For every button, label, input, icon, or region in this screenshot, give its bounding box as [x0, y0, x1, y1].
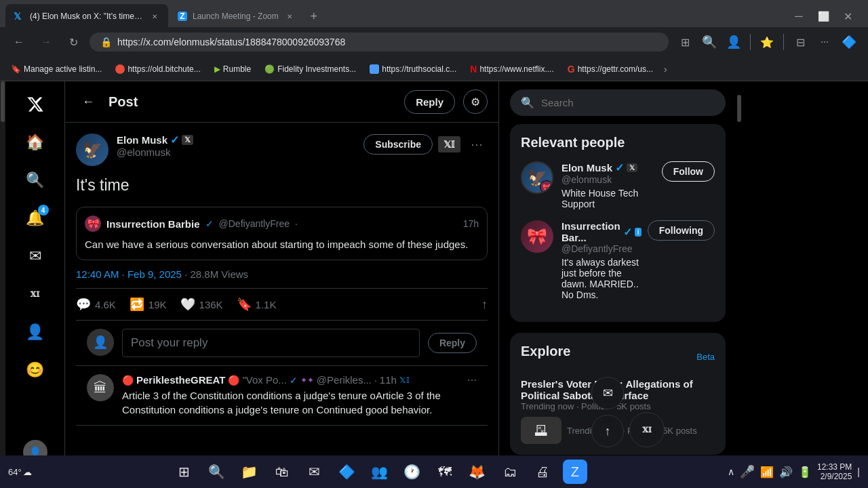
taskbar-file-explorer[interactable]: 📁: [237, 460, 262, 484]
quoted-author-name: Insurrection Barbie: [106, 218, 200, 230]
taskbar-mic-icon[interactable]: 🎤: [740, 464, 755, 479]
author-name: Elon Musk: [117, 134, 167, 146]
bookmark-rumble-label: Rumble: [223, 64, 251, 74]
quoted-tweet[interactable]: 🎀 Insurrection Barbie ✓ @DefiyantlyFree …: [76, 207, 488, 260]
taskbar-chevron-up[interactable]: ∧: [728, 466, 734, 477]
sidebar-item-grok[interactable]: 𝕏𝕀: [18, 277, 53, 312]
taskbar-files[interactable]: 🗂: [498, 460, 522, 484]
star-button[interactable]: ⭐: [756, 31, 778, 53]
bookmarks-stat[interactable]: 🔖 1.1K: [237, 297, 277, 312]
taskbar-sound-icon[interactable]: 🔊: [779, 466, 793, 479]
float-up-button[interactable]: ↑: [591, 415, 624, 447]
taskbar-wifi-icon[interactable]: 📶: [760, 466, 774, 479]
retweets-stat[interactable]: 🔁 19K: [130, 297, 167, 312]
tweet-views: 28.8M Views: [190, 268, 248, 280]
reply-submit-button[interactable]: Reply: [428, 333, 477, 353]
minimize-button[interactable]: ─: [789, 7, 808, 26]
sidebar-item-search[interactable]: 🔍: [18, 163, 53, 198]
quoted-verified-icon: ✓: [205, 218, 214, 229]
elon-bio: White House Tech Support: [561, 188, 654, 209]
replies-stat[interactable]: 💬 4.6K: [76, 297, 116, 312]
lock-icon: 🔒: [100, 37, 112, 47]
address-text: https://x.com/elonmusk/status/1888478000…: [117, 37, 658, 47]
share-stat[interactable]: ↑: [481, 297, 488, 312]
subscribe-button[interactable]: Subscribe: [363, 134, 433, 155]
quoted-avatar: 🎀: [85, 216, 101, 232]
person-avatar-elon[interactable]: 🦅 🎀: [521, 161, 553, 194]
sidebar-item-notifications[interactable]: 🔔 4: [18, 201, 53, 236]
notification-badge: 4: [38, 205, 49, 216]
taskbar-teams[interactable]: 👥: [368, 460, 392, 484]
comment-more-button[interactable]: ⋯: [467, 375, 477, 386]
bookmark-truthsocial[interactable]: https://truthsocial.c...: [364, 62, 462, 77]
taskbar-maps[interactable]: 🗺: [433, 460, 457, 484]
sidebar-item-more[interactable]: 😊: [18, 352, 53, 388]
new-tab-button[interactable]: +: [304, 7, 323, 26]
replies-icon: 💬: [76, 297, 91, 312]
taskbar-zoom[interactable]: Z: [563, 460, 587, 484]
bookmark-netflix[interactable]: N https://www.netflix....: [465, 61, 559, 77]
sidebar-item-messages[interactable]: ✉: [18, 239, 53, 274]
taskbar-show-desktop[interactable]: |: [857, 466, 860, 477]
taskbar-datetime[interactable]: 12:33 PM 2/9/2025: [817, 462, 852, 481]
post-settings-button[interactable]: ⚙: [463, 89, 488, 114]
sidebar-toggle-button[interactable]: ⊟: [789, 31, 811, 53]
weather-display[interactable]: 64° ☁: [8, 467, 32, 477]
edge-button[interactable]: 🔷: [838, 31, 860, 53]
bookmarks-more[interactable]: ›: [661, 61, 670, 77]
insurrection-following-button[interactable]: Following: [648, 220, 715, 241]
taskbar-edge[interactable]: 🔷: [335, 460, 359, 484]
extensions-button[interactable]: ⊞: [674, 31, 696, 53]
forward-nav-button[interactable]: →: [35, 31, 57, 53]
sidebar-item-home[interactable]: 🏠: [18, 125, 53, 160]
search-icon: 🔍: [26, 171, 44, 189]
taskbar-clock-app[interactable]: 🕐: [400, 460, 425, 484]
taskbar-hp[interactable]: 🖨: [530, 460, 555, 484]
taskbar-battery-icon[interactable]: 🔋: [798, 466, 812, 479]
tab-2-close[interactable]: ✕: [284, 11, 295, 22]
bookmark-rumble[interactable]: ▶ Rumble: [209, 62, 256, 77]
reply-input[interactable]: Post your reply: [122, 329, 420, 357]
elon-follow-button[interactable]: Follow: [662, 161, 715, 182]
taskbar-start[interactable]: ⊞: [172, 460, 197, 484]
bookmark-fidelity[interactable]: 🟢 Fidelity Investments...: [259, 62, 361, 77]
person-avatar-insurrection[interactable]: 🎀: [521, 220, 553, 253]
more-nav-button[interactable]: ⋯: [814, 31, 835, 53]
taskbar-store[interactable]: 🛍: [270, 460, 294, 484]
float-message-button[interactable]: ✉: [591, 377, 624, 409]
reply-user-avatar: 👤: [87, 329, 114, 356]
nav-bar: ← → ↻ 🔒 https://x.com/elonmusk/status/18…: [0, 27, 868, 57]
grok-float-button[interactable]: 𝕏𝕀: [629, 412, 665, 447]
taskbar-center-icons: ⊞ 🔍 📁 🛍 ✉ 🔷 👥 🕐 🗺 🦊 🗂 🖨 Z: [172, 460, 587, 484]
maximize-button[interactable]: ⬜: [814, 7, 833, 26]
author-avatar[interactable]: 🦅: [76, 134, 108, 166]
more-options-button[interactable]: ⋯: [466, 134, 488, 155]
tab-1[interactable]: 𝕏 (4) Elon Musk on X: "It's time" / X ✕: [5, 4, 168, 28]
tab-1-close[interactable]: ✕: [149, 11, 160, 22]
bookmark-bitchute[interactable]: https://old.bitchute...: [110, 62, 205, 77]
refresh-button[interactable]: ↻: [62, 31, 84, 53]
user-profile-button[interactable]: 👤: [723, 31, 745, 53]
taskbar-mail[interactable]: ✉: [302, 460, 327, 484]
comment-content: 🔴 PeriklestheGREAT 🔴 "Vox Po... ✓ ✦✦ @Pe…: [122, 374, 477, 417]
reply-header-button[interactable]: Reply: [404, 90, 455, 114]
browser-search-button[interactable]: 🔍: [698, 31, 720, 53]
tab-2[interactable]: Z Launch Meeting - Zoom ✕: [170, 4, 303, 28]
address-bar[interactable]: 🔒 https://x.com/elonmusk/status/18884780…: [90, 33, 669, 52]
search-box[interactable]: 🔍: [510, 89, 726, 116]
likes-stat[interactable]: 🤍 136K: [180, 297, 223, 312]
back-button[interactable]: ←: [76, 89, 100, 114]
bookmark-gettr[interactable]: G https://gettr.com/us...: [562, 61, 658, 77]
back-nav-button[interactable]: ←: [8, 31, 30, 53]
taskbar-firefox[interactable]: 🦊: [465, 460, 490, 484]
search-input[interactable]: [541, 97, 715, 108]
taskbar-search[interactable]: 🔍: [205, 460, 229, 484]
close-button[interactable]: ✕: [838, 7, 857, 26]
sidebar-logo[interactable]: [18, 87, 53, 122]
tweet-author-row: 🦅 Elon Musk ✓ 𝕏 @elonmusk Subscribe 𝕏𝕀 ⋯: [76, 134, 488, 166]
sidebar-item-profile[interactable]: 👤: [18, 314, 53, 350]
main-content: ← Post Reply ⚙ 🦅 Elon Musk ✓ 𝕏: [65, 81, 499, 488]
right-scrollbar[interactable]: [736, 81, 742, 488]
bookmark-listings[interactable]: 🔖 Manage active listin...: [5, 62, 107, 77]
post-title: Post: [108, 94, 396, 110]
